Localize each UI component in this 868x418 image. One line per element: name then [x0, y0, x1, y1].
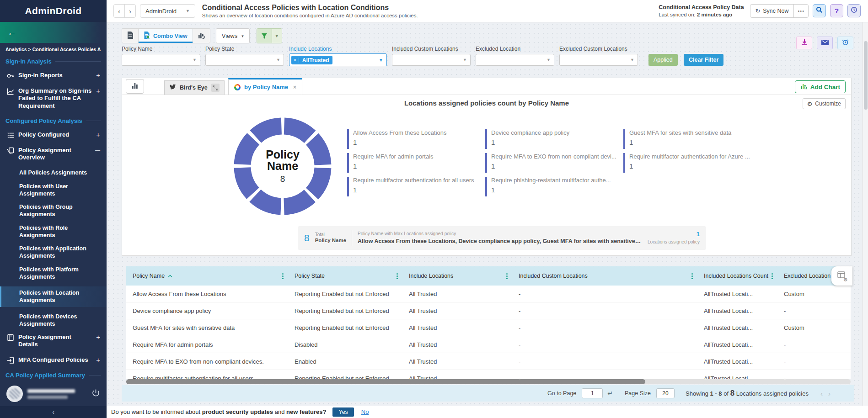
table-row[interactable]: Device compliance app policy Reporting E…	[126, 302, 851, 319]
no-link[interactable]: No	[361, 408, 369, 415]
forward-button[interactable]: ›	[125, 7, 135, 15]
sidebar-subitem-platform-assignments[interactable]: Policies with Platform Assignments	[5, 266, 101, 281]
donut-chart[interactable]: Policy Name 8	[233, 117, 332, 216]
user-account-box[interactable]	[0, 381, 107, 406]
add-chart-button[interactable]: Add Chart	[795, 80, 846, 93]
filter-dropdown-policy-state[interactable]: ▼	[205, 54, 284, 66]
table-row[interactable]: Require MFA for admin portals Disabled A…	[126, 336, 851, 353]
page-number-input[interactable]	[582, 388, 603, 398]
funnel-icon[interactable]	[257, 29, 272, 43]
sidebar-item-policy-assignment-overview[interactable]: Policy Assignment Overview —	[6, 147, 100, 162]
sidebar-item-mfa-configured[interactable]: MFA Configured Policies +	[6, 356, 100, 364]
table-row[interactable]: Guest MFA for sites with sensitive data …	[126, 319, 851, 336]
return-icon[interactable]: ↵	[607, 390, 613, 397]
search-button[interactable]	[813, 4, 826, 17]
chip-remove-icon[interactable]: ×	[291, 58, 299, 63]
column-header-included-locations-count[interactable]: Included Locations Count	[697, 266, 777, 286]
column-menu-icon[interactable]	[506, 273, 508, 275]
filter-dropdown-excluded-location[interactable]: ▼	[476, 54, 554, 66]
sidebar-subitem-devices-assignments[interactable]: Policies with Devices Assignments	[5, 313, 101, 328]
history-button[interactable]	[847, 4, 861, 17]
horizontal-scrollbar-thumb[interactable]	[126, 379, 645, 384]
column-menu-icon[interactable]	[282, 273, 284, 275]
column-menu-icon[interactable]	[691, 273, 693, 275]
tab-combo-view[interactable]: Combo View	[139, 29, 193, 43]
email-button[interactable]	[817, 37, 833, 49]
prev-page-button[interactable]: ‹	[820, 390, 823, 397]
data-source-info: Conditional Access Policy Data Last sync…	[659, 4, 744, 18]
cell-excluded-location: -	[777, 307, 851, 314]
yes-button[interactable]: Yes	[332, 407, 354, 417]
expand-plus-icon[interactable]: +	[96, 356, 100, 363]
sidebar-subitem-application-assignments[interactable]: Policies with Application Assignments	[5, 245, 101, 260]
views-dropdown-button[interactable]: Views ▾	[216, 28, 250, 43]
legend-value: 1	[353, 162, 485, 170]
sidebar-subitem-location-assignments-selected[interactable]: Policies with Location Assignments	[0, 286, 107, 307]
chart-list-button[interactable]	[126, 79, 144, 94]
tab-report-view[interactable]	[122, 29, 139, 43]
clear-filter-button[interactable]: Clear Filter	[684, 54, 723, 66]
expand-plus-icon[interactable]: +	[96, 131, 100, 138]
filter-dropdown-excluded-custom-locations[interactable]: ▼	[559, 54, 638, 66]
column-menu-icon[interactable]	[772, 273, 773, 275]
column-header-policy-state[interactable]: Policy State	[288, 266, 402, 286]
sidebar-subitem-all-policies[interactable]: All Policies Assignments	[5, 169, 101, 176]
tab-chart-view[interactable]	[193, 29, 210, 43]
filter-dropdown-include-locations[interactable]: × AllTrusted ▼	[289, 53, 387, 66]
sidebar-subitem-role-assignments[interactable]: Policies with Role Assignments	[5, 224, 101, 239]
sync-now-button[interactable]: ↻Sync Now •••	[750, 4, 809, 18]
expand-icon[interactable]	[211, 84, 220, 92]
sidebar-subitem-group-assignments[interactable]: Policies with Group Assignments	[5, 203, 101, 218]
download-button[interactable]	[796, 37, 812, 49]
app-selector-dropdown[interactable]: AdminDroid ▼	[140, 4, 195, 18]
sidebar-item-signin-reports[interactable]: Sign-in Reports +	[6, 72, 100, 79]
vertical-scrollbar[interactable]	[863, 22, 868, 406]
search-icon	[816, 6, 823, 15]
sidebar-back-strip[interactable]: ←	[0, 22, 107, 43]
column-header-include-locations[interactable]: Include Locations	[402, 266, 512, 286]
legend-item: Guest MFA for sites with sensitive data1	[623, 129, 781, 149]
expand-plus-icon[interactable]: +	[96, 87, 100, 94]
chevron-down-icon: ▼	[379, 58, 383, 63]
tab-birds-eye[interactable]: Bird's Eye	[164, 80, 225, 95]
more-options-button[interactable]: •••	[793, 5, 808, 17]
horizontal-scrollbar[interactable]	[126, 379, 851, 384]
back-button[interactable]: ‹	[114, 7, 124, 15]
column-chooser-button[interactable]: ⚙	[831, 266, 852, 286]
filter-dropdown-included-custom-locations[interactable]: ▼	[392, 54, 471, 66]
table-row[interactable]: Require multifactor authentication for a…	[126, 370, 851, 379]
sort-asc-icon[interactable]	[168, 273, 172, 279]
next-page-button[interactable]: ›	[828, 390, 830, 397]
vertical-scrollbar-thumb[interactable]	[864, 41, 868, 110]
collapse-minus-icon[interactable]: —	[95, 148, 100, 153]
column-header-included-custom-locations[interactable]: Included Custom Locations	[512, 266, 697, 286]
sidebar-item-policy-assignment-details[interactable]: Policy Assignment Details +	[6, 333, 100, 349]
close-icon[interactable]: ×	[293, 84, 296, 90]
showing-label: Showing	[686, 390, 708, 397]
page-size-input[interactable]	[656, 388, 675, 398]
column-header-policy-name[interactable]: Policy Name	[126, 266, 288, 286]
schedule-button[interactable]	[837, 37, 853, 49]
power-icon[interactable]	[91, 389, 100, 399]
column-menu-icon[interactable]	[396, 273, 398, 275]
tab-by-policy-name[interactable]: by Policy Name ×	[228, 78, 302, 95]
table-row[interactable]: Allow Access From these Locations Report…	[126, 286, 851, 302]
page-title: Conditional Access Policies with Locatio…	[202, 4, 418, 12]
last-synced-label: Last synced on:	[659, 12, 696, 17]
sidebar-item-policy-configured[interactable]: Policy Configured +	[6, 131, 100, 139]
help-button[interactable]: ?	[830, 4, 843, 17]
sidebar-subitem-user-assignments[interactable]: Policies with User Assignments	[5, 183, 101, 198]
legend-label: Device compliance app policy	[491, 129, 623, 137]
filter-caret-button[interactable]: ▼	[272, 29, 282, 43]
table-row[interactable]: Require MFA to EXO from non-compliant de…	[126, 353, 851, 370]
content-area: Combo View Views ▾ ▼ Policy Name Policy …	[107, 22, 868, 418]
expand-plus-icon[interactable]: +	[96, 333, 100, 340]
back-arrow-icon[interactable]: ←	[7, 27, 16, 38]
sidebar-collapse-button[interactable]: ‹	[0, 406, 107, 418]
applied-badge[interactable]: Applied	[648, 54, 678, 66]
filter-split-button[interactable]: ▼	[257, 28, 282, 43]
sidebar-item-org-summary[interactable]: Org Summary on Sign-ins Failed to Fulfil…	[6, 87, 100, 110]
filter-dropdown-policy-name[interactable]: ▼	[122, 54, 200, 66]
expand-plus-icon[interactable]: +	[96, 72, 100, 79]
chip-label: AllTrusted	[299, 57, 332, 63]
